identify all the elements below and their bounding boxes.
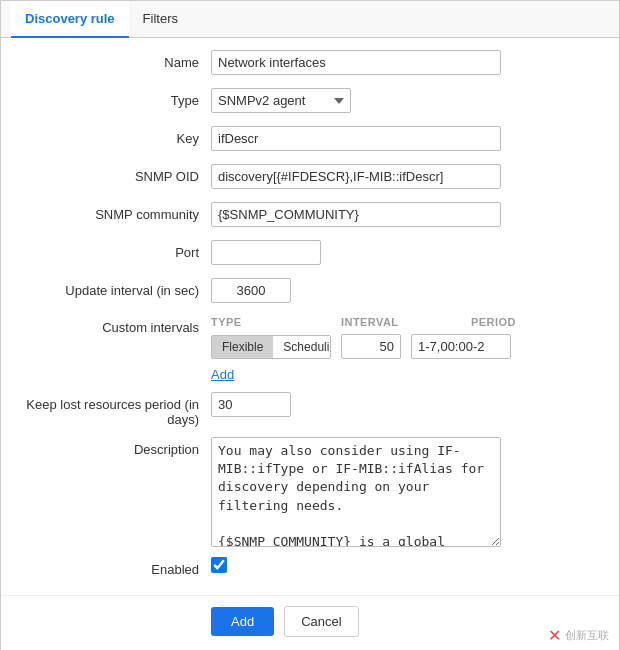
watermark-text: 创新互联 bbox=[565, 628, 609, 643]
update-interval-row: Update interval (in sec) bbox=[1, 278, 619, 306]
snmp-community-field bbox=[211, 202, 619, 227]
snmp-oid-field bbox=[211, 164, 619, 189]
description-textarea[interactable]: You may also consider using IF-MIB::ifTy… bbox=[211, 437, 501, 547]
key-row: Key bbox=[1, 126, 619, 154]
custom-intervals-label: Custom intervals bbox=[1, 316, 211, 335]
custom-intervals-row: Custom intervals TYPE INTERVAL PERIOD Fl… bbox=[1, 316, 619, 382]
snmp-community-row: SNMP community bbox=[1, 202, 619, 230]
ci-period-input[interactable] bbox=[411, 334, 511, 359]
update-interval-input[interactable] bbox=[211, 278, 291, 303]
watermark-icon: ✕ bbox=[548, 626, 561, 645]
snmp-community-label: SNMP community bbox=[1, 202, 211, 222]
ci-btn-scheduling[interactable]: Scheduling bbox=[273, 336, 331, 358]
ci-interval-header: INTERVAL bbox=[341, 316, 471, 328]
snmp-oid-label: SNMP OID bbox=[1, 164, 211, 184]
ci-interval-input[interactable] bbox=[341, 334, 401, 359]
port-label: Port bbox=[1, 240, 211, 260]
snmp-oid-row: SNMP OID bbox=[1, 164, 619, 192]
name-row: Name bbox=[1, 50, 619, 78]
tab-bar: Discovery rule Filters bbox=[1, 1, 619, 38]
form-body: Name Type SNMPv2 agent Zabbix agent SNMP… bbox=[1, 38, 619, 650]
add-interval-link[interactable]: Add bbox=[211, 367, 571, 382]
add-button[interactable]: Add bbox=[211, 607, 274, 636]
type-label: Type bbox=[1, 88, 211, 108]
keep-lost-input[interactable] bbox=[211, 392, 291, 417]
custom-intervals-field: TYPE INTERVAL PERIOD Flexible Scheduling bbox=[211, 316, 619, 382]
custom-intervals-container: TYPE INTERVAL PERIOD Flexible Scheduling bbox=[211, 316, 571, 382]
keep-lost-field bbox=[211, 392, 619, 417]
ci-type-toggle: Flexible Scheduling bbox=[211, 335, 331, 359]
type-row: Type SNMPv2 agent Zabbix agent SNMPv1 ag… bbox=[1, 88, 619, 116]
keep-lost-label: Keep lost resources period (in days) bbox=[1, 392, 211, 427]
key-field bbox=[211, 126, 619, 151]
description-field: You may also consider using IF-MIB::ifTy… bbox=[211, 437, 619, 547]
enabled-label: Enabled bbox=[1, 557, 211, 577]
update-interval-label: Update interval (in sec) bbox=[1, 278, 211, 298]
button-row: Add Cancel bbox=[1, 595, 619, 647]
ci-btn-flexible[interactable]: Flexible bbox=[212, 336, 273, 358]
snmp-community-input[interactable] bbox=[211, 202, 501, 227]
name-field bbox=[211, 50, 619, 75]
key-label: Key bbox=[1, 126, 211, 146]
ci-type-header: TYPE bbox=[211, 316, 341, 328]
port-row: Port bbox=[1, 240, 619, 268]
tab-filters[interactable]: Filters bbox=[129, 1, 192, 38]
key-input[interactable] bbox=[211, 126, 501, 151]
update-interval-field bbox=[211, 278, 619, 303]
enabled-checkbox[interactable] bbox=[211, 557, 227, 573]
enabled-row: Enabled bbox=[1, 557, 619, 585]
ci-header: TYPE INTERVAL PERIOD bbox=[211, 316, 571, 328]
cancel-button[interactable]: Cancel bbox=[284, 606, 358, 637]
watermark: ✕ 创新互联 bbox=[548, 626, 609, 645]
name-input[interactable] bbox=[211, 50, 501, 75]
enabled-field bbox=[211, 557, 619, 573]
snmp-oid-input[interactable] bbox=[211, 164, 501, 189]
description-row: Description You may also consider using … bbox=[1, 437, 619, 547]
type-select[interactable]: SNMPv2 agent Zabbix agent SNMPv1 agent S… bbox=[211, 88, 351, 113]
description-label: Description bbox=[1, 437, 211, 457]
name-label: Name bbox=[1, 50, 211, 70]
port-field bbox=[211, 240, 619, 265]
ci-period-header: PERIOD bbox=[471, 316, 571, 328]
type-field: SNMPv2 agent Zabbix agent SNMPv1 agent S… bbox=[211, 88, 619, 113]
keep-lost-row: Keep lost resources period (in days) bbox=[1, 392, 619, 427]
tab-discovery-rule[interactable]: Discovery rule bbox=[11, 1, 129, 38]
port-input[interactable] bbox=[211, 240, 321, 265]
ci-row-1: Flexible Scheduling bbox=[211, 334, 571, 359]
